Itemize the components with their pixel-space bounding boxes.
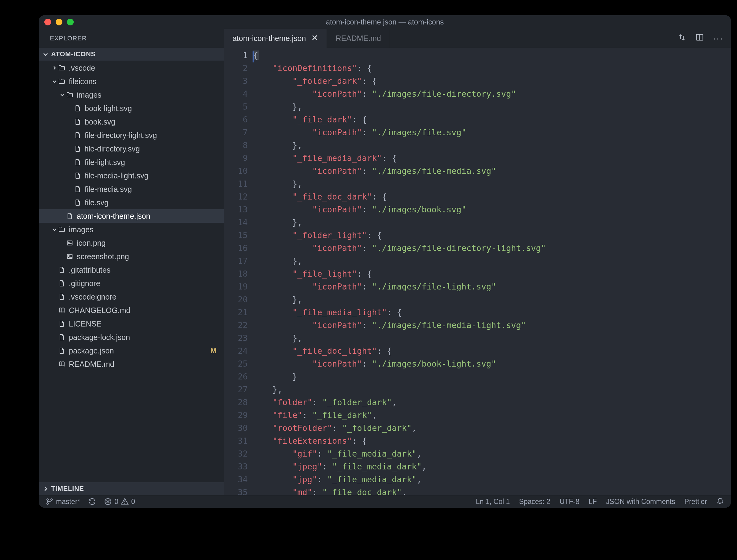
file-icon	[73, 132, 82, 139]
file-item[interactable]: LICENSE	[39, 317, 224, 330]
file-label: file-directory.svg	[85, 144, 224, 153]
status-lncol[interactable]: Ln 1, Col 1	[476, 498, 510, 506]
tab[interactable]: atom-icon-theme.json	[224, 29, 327, 48]
more-actions-icon[interactable]: ···	[713, 34, 724, 43]
folder-item[interactable]: images	[39, 223, 224, 236]
status-eol[interactable]: LF	[589, 498, 597, 506]
chevron-down-icon[interactable]	[60, 92, 65, 97]
file-item[interactable]: file-directory-light.svg	[39, 129, 224, 142]
file-item[interactable]: package.jsonM	[39, 344, 224, 357]
tab-actions: ···	[670, 29, 731, 48]
svg-point-12	[51, 499, 52, 500]
notifications-icon[interactable]	[716, 497, 724, 506]
file-label: file-light.svg	[85, 158, 224, 167]
file-label: CHANGELOG.md	[69, 306, 224, 315]
code-editor[interactable]: 1234567891011121314151617181920212223242…	[224, 48, 731, 495]
status-encoding[interactable]: UTF-8	[560, 498, 579, 506]
file-item[interactable]: README.md	[39, 357, 224, 371]
explorer-root-label: ATOM-ICONS	[51, 50, 96, 58]
status-problems[interactable]: 0 0	[104, 498, 135, 506]
zoom-window-button[interactable]	[67, 19, 74, 25]
file-label: .gitignore	[69, 279, 224, 288]
file-icon	[57, 280, 66, 287]
file-icon	[73, 159, 82, 166]
close-tab-icon[interactable]	[311, 34, 318, 43]
tab-label: atom-icon-theme.json	[233, 34, 306, 43]
file-item[interactable]: file.svg	[39, 196, 224, 209]
file-item[interactable]: package-lock.json	[39, 330, 224, 344]
file-label: .gitattributes	[69, 266, 224, 274]
chevron-down-icon[interactable]	[52, 227, 57, 232]
file-item[interactable]: .gitattributes	[39, 263, 224, 277]
close-window-button[interactable]	[44, 19, 51, 25]
file-icon	[57, 347, 66, 354]
chevron-right-icon[interactable]	[52, 65, 57, 70]
file-icon	[73, 172, 82, 179]
explorer-panel: EXPLORER ATOM-ICONS .vscodefileiconsimag…	[39, 29, 224, 495]
minimize-window-button[interactable]	[56, 19, 62, 25]
warning-icon	[121, 498, 129, 506]
folder-icon	[57, 78, 66, 85]
svg-point-10	[47, 499, 48, 500]
file-item[interactable]: file-media.svg	[39, 182, 224, 196]
app-window: atom-icon-theme.json — atom-icons EXPLOR…	[39, 15, 731, 508]
status-formatter[interactable]: Prettier	[684, 498, 707, 506]
tab-label: README.md	[336, 34, 381, 43]
status-branch[interactable]: master*	[46, 498, 80, 506]
file-label: LICENSE	[69, 319, 224, 328]
file-label: package.json	[69, 346, 210, 355]
git-modified-badge: M	[210, 346, 224, 355]
svg-point-11	[47, 503, 48, 504]
status-lang[interactable]: JSON with Comments	[606, 498, 675, 506]
file-item[interactable]: .vscodeignore	[39, 290, 224, 304]
folder-item[interactable]: .vscode	[39, 61, 224, 75]
image-icon	[65, 253, 74, 260]
explorer-root-section[interactable]: ATOM-ICONS	[39, 48, 224, 61]
folder-icon	[57, 226, 66, 233]
window-controls	[44, 19, 74, 25]
branch-icon	[46, 498, 54, 506]
file-label: README.md	[69, 360, 224, 369]
compare-changes-icon[interactable]	[678, 33, 686, 44]
file-item[interactable]: file-light.svg	[39, 155, 224, 169]
file-item[interactable]: book.svg	[39, 115, 224, 129]
file-icon	[73, 105, 82, 112]
file-item[interactable]: atom-icon-theme.json	[39, 209, 224, 223]
split-editor-icon[interactable]	[695, 33, 704, 44]
folder-item[interactable]: images	[39, 88, 224, 102]
sync-icon	[88, 498, 96, 506]
file-icon	[57, 334, 66, 341]
timeline-section[interactable]: TIMELINE	[39, 482, 224, 495]
chevron-down-icon[interactable]	[52, 79, 57, 84]
file-item[interactable]: CHANGELOG.md	[39, 304, 224, 317]
file-item[interactable]: screenshot.png	[39, 250, 224, 263]
file-label: file.svg	[85, 198, 224, 207]
file-item[interactable]: file-media-light.svg	[39, 169, 224, 182]
file-item[interactable]: file-directory.svg	[39, 142, 224, 155]
file-item[interactable]: book-light.svg	[39, 102, 224, 115]
window-title: atom-icon-theme.json — atom-icons	[39, 18, 731, 26]
editor-group: atom-icon-theme.jsonREADME.md ··· 123456…	[224, 29, 731, 495]
file-label: screenshot.png	[77, 252, 224, 261]
status-spaces[interactable]: Spaces: 2	[519, 498, 550, 506]
tab[interactable]: README.md	[327, 29, 390, 48]
file-item[interactable]: .gitignore	[39, 277, 224, 290]
file-item[interactable]: icon.png	[39, 236, 224, 250]
code-area[interactable]: { "iconDefinitions": { "_folder_dark": {…	[253, 49, 731, 495]
file-label: package-lock.json	[69, 333, 224, 342]
file-label: file-media-light.svg	[85, 171, 224, 180]
file-tree: .vscodefileiconsimagesbook-light.svgbook…	[39, 61, 224, 482]
file-label: images	[69, 225, 224, 234]
book-icon	[57, 307, 66, 314]
timeline-label: TIMELINE	[51, 485, 84, 493]
file-label: images	[77, 91, 224, 99]
svg-point-17	[125, 503, 125, 503]
folder-icon	[65, 91, 74, 99]
explorer-title: EXPLORER	[39, 29, 224, 48]
status-sync[interactable]	[88, 498, 96, 506]
folder-item[interactable]: fileicons	[39, 75, 224, 88]
file-label: icon.png	[77, 239, 224, 248]
file-label: fileicons	[69, 77, 224, 86]
file-label: file-directory-light.svg	[85, 131, 224, 140]
tab-bar: atom-icon-theme.jsonREADME.md ···	[224, 29, 731, 48]
